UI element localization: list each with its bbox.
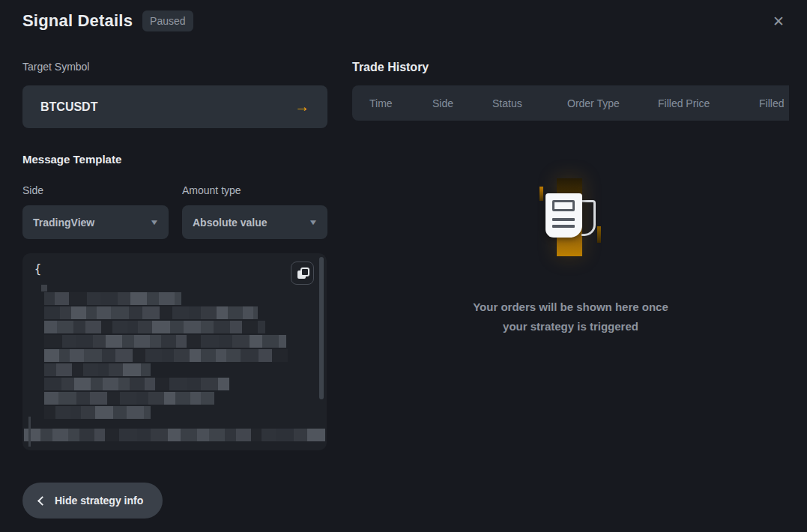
amount-type-dropdown-value: Absolute value — [193, 217, 268, 229]
target-symbol-field[interactable]: BTCUSDT → — [22, 85, 327, 128]
side-dropdown-value: TradingView — [33, 217, 94, 229]
redacted-row — [44, 306, 325, 319]
trade-history-heading: Trade History — [352, 61, 429, 74]
status-badge: Paused — [142, 10, 193, 31]
trade-history-header-row: TimeSideStatusOrder TypeFilled PriceFill… — [352, 85, 789, 121]
target-symbol-label: Target Symbol — [22, 61, 89, 73]
page-curl-icon — [581, 200, 596, 236]
side-dropdown[interactable]: TradingView ▼ — [22, 205, 169, 239]
column-header-filled: Filled — [759, 97, 784, 109]
redacted-row — [44, 378, 325, 390]
order-document-icon — [545, 193, 582, 238]
signal-details-modal: Signal Details Paused ✕ Target Symbol BT… — [0, 0, 807, 532]
copy-button[interactable] — [291, 262, 314, 285]
side-label: Side — [22, 184, 43, 196]
symbol-value: BTCUSDT — [40, 100, 97, 114]
document-header-box — [552, 200, 575, 211]
copy-icon — [300, 267, 309, 276]
redacted-row — [44, 321, 325, 333]
empty-state-line-2: your strategy is triggered — [352, 317, 789, 336]
page-title: Signal Details — [22, 11, 133, 31]
candlestick-icon — [597, 226, 601, 243]
empty-state-line-1: Your orders will be shown here once — [352, 297, 789, 317]
hide-strategy-info-label: Hide strategy info — [55, 495, 143, 507]
modal-header: Signal Details Paused — [22, 10, 193, 31]
document-text-line — [552, 225, 575, 228]
redacted-fragment — [28, 417, 31, 447]
redacted-row — [24, 429, 325, 441]
redacted-row — [44, 349, 325, 362]
amount-type-label: Amount type — [182, 184, 241, 196]
message-template-code-block: { — [22, 253, 327, 450]
redacted-row — [44, 335, 325, 348]
chevron-down-icon: ▼ — [149, 218, 159, 226]
column-header-time: Time — [369, 97, 432, 109]
empty-orders-illustration — [510, 177, 630, 261]
document-text-line — [552, 218, 575, 221]
amount-type-dropdown[interactable]: Absolute value ▼ — [182, 205, 327, 239]
redacted-row — [44, 392, 325, 405]
redacted-row — [44, 292, 325, 305]
redacted-code — [44, 292, 325, 443]
code-open-brace: { — [34, 262, 41, 276]
arrow-right-icon[interactable]: → — [294, 98, 309, 115]
redacted-row — [44, 406, 325, 419]
hide-strategy-info-button[interactable]: Hide strategy info — [22, 483, 163, 519]
redacted-row — [44, 363, 325, 376]
empty-state-message: Your orders will be shown here once your… — [352, 297, 789, 336]
code-scrollbar-thumb[interactable] — [319, 257, 324, 399]
redacted-fragment — [41, 285, 47, 291]
column-header-order-type: Order Type — [567, 97, 658, 109]
chevron-down-icon: ▼ — [308, 218, 318, 226]
column-header-status: Status — [492, 97, 567, 109]
candlestick-icon — [539, 187, 543, 201]
message-template-heading: Message Template — [22, 153, 121, 166]
chevron-left-icon — [37, 496, 47, 506]
column-header-filled-price: Filled Price — [658, 97, 759, 109]
close-icon[interactable]: ✕ — [770, 12, 788, 30]
column-header-side: Side — [432, 97, 492, 109]
